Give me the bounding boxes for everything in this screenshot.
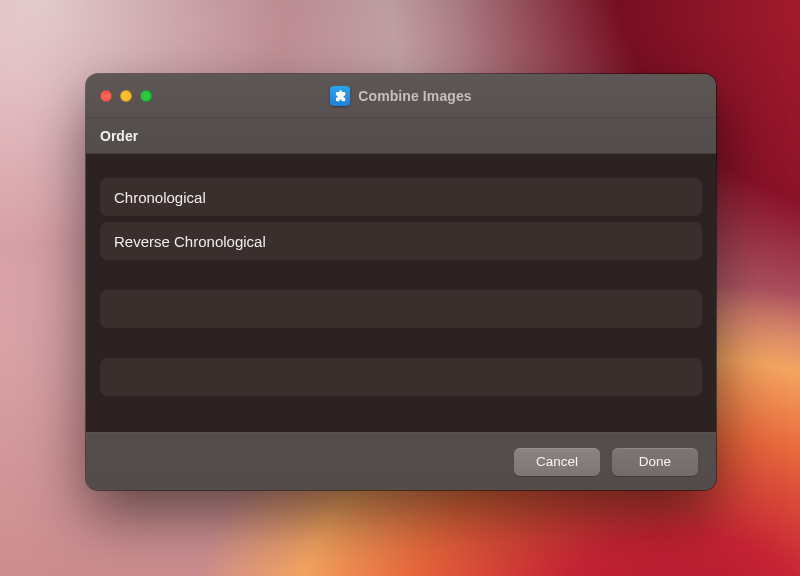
done-button[interactable]: Done: [612, 448, 698, 476]
section-header-label: Order: [100, 128, 138, 144]
title-center: Combine Images: [86, 86, 716, 106]
option-empty[interactable]: [100, 290, 702, 328]
option-empty[interactable]: [100, 358, 702, 396]
minimize-window-button[interactable]: [120, 90, 132, 102]
option-label: Reverse Chronological: [114, 233, 266, 250]
window-title: Combine Images: [358, 88, 471, 104]
cancel-button[interactable]: Cancel: [514, 448, 600, 476]
list-gap: [100, 334, 702, 352]
option-reverse-chronological[interactable]: Reverse Chronological: [100, 222, 702, 260]
options-list: Chronological Reverse Chronological: [100, 178, 702, 376]
dialog-footer: Cancel Done: [86, 432, 716, 490]
content-area: Chronological Reverse Chronological: [86, 154, 716, 432]
zoom-window-button[interactable]: [140, 90, 152, 102]
option-chronological[interactable]: Chronological: [100, 178, 702, 216]
window-controls: [86, 90, 152, 102]
dialog-window: Combine Images Order Chronological Rever…: [86, 74, 716, 490]
list-gap: [100, 266, 702, 284]
titlebar: Combine Images: [86, 74, 716, 118]
option-label: Chronological: [114, 189, 206, 206]
close-window-button[interactable]: [100, 90, 112, 102]
section-header: Order: [86, 118, 716, 154]
puzzle-icon: [330, 86, 350, 106]
